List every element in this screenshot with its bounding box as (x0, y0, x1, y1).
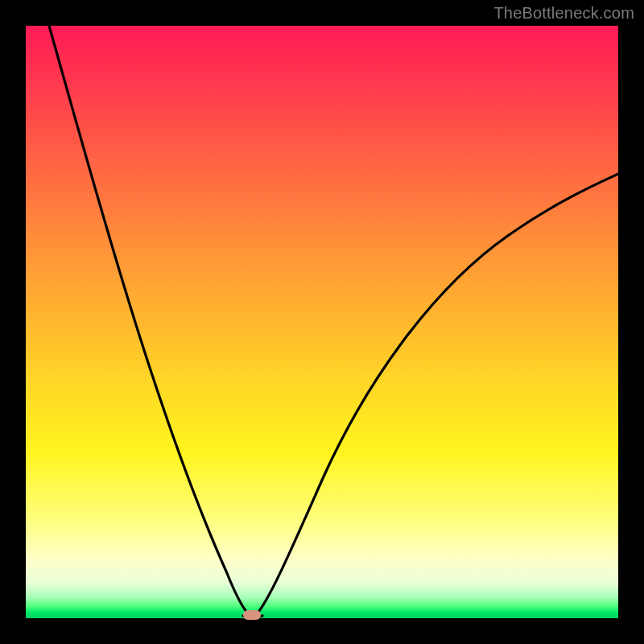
gradient-plot-area (26, 26, 618, 618)
optimal-marker (243, 610, 261, 620)
chart-frame: TheBottleneck.com (0, 0, 644, 644)
watermark-text: TheBottleneck.com (493, 4, 634, 23)
